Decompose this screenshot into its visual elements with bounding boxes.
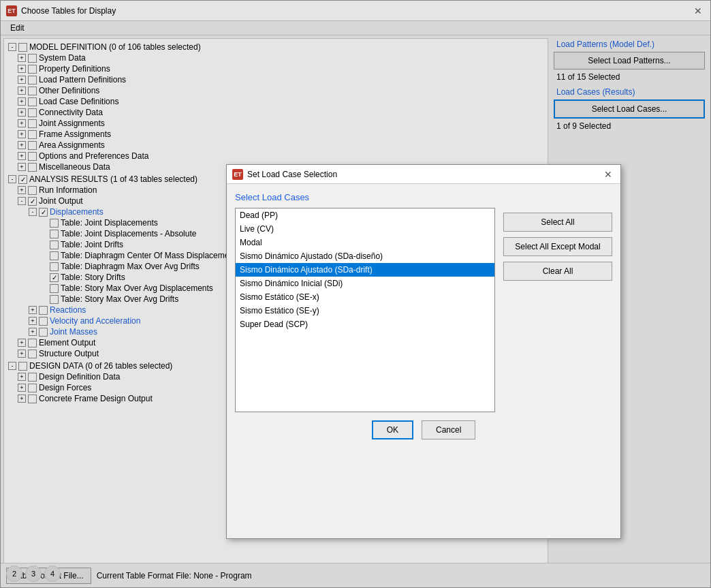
load-case-dialog: ET Set Load Case Selection ✕ Select Load… [226, 164, 621, 539]
dialog-close-button[interactable]: ✕ [601, 168, 615, 181]
dialog-title-left: ET Set Load Case Selection [232, 169, 337, 180]
select-all-button[interactable]: Select All [503, 213, 612, 232]
ok-button[interactable]: OK [372, 420, 413, 439]
list-item-se-y[interactable]: Sismo Estático (SE-y) [236, 304, 494, 318]
list-item-dead[interactable]: Dead (PP) [236, 208, 494, 222]
load-cases-listbox[interactable]: Dead (PP) Live (CV) Modal Sismo Dinámico… [235, 208, 495, 412]
cancel-button[interactable]: Cancel [422, 420, 475, 439]
dialog-content: Select Load Cases Dead (PP) Live (CV) Mo… [227, 184, 620, 420]
dialog-bottom-buttons: OK Cancel [227, 420, 620, 448]
dialog-side-buttons: Select All Select All Except Modal Clear… [503, 192, 612, 412]
dialog-app-icon: ET [232, 169, 243, 180]
dialog-overlay: ET Set Load Case Selection ✕ Select Load… [1, 1, 710, 587]
list-item-se-x[interactable]: Sismo Estático (SE-x) [236, 290, 494, 304]
dialog-title-bar: ET Set Load Case Selection ✕ [227, 165, 620, 184]
select-all-except-modal-button[interactable]: Select All Except Modal [503, 237, 612, 256]
main-window: ET Choose Tables for Display ✕ Edit - MO… [0, 0, 711, 588]
clear-all-button[interactable]: Clear All [503, 262, 612, 281]
list-item-scp[interactable]: Super Dead (SCP) [236, 318, 494, 331]
list-item-live[interactable]: Live (CV) [236, 222, 494, 236]
list-item-sda-diseno[interactable]: Sismo Dinámico Ajustado (SDa-diseño) [236, 249, 494, 263]
dialog-title: Set Load Case Selection [247, 170, 337, 179]
list-section-header: Select Load Cases [235, 192, 495, 202]
list-item-sdi[interactable]: Sismo Dinámico Inicial (SDi) [236, 277, 494, 290]
list-item-modal[interactable]: Modal [236, 236, 494, 249]
load-cases-list-section: Select Load Cases Dead (PP) Live (CV) Mo… [235, 192, 495, 412]
list-item-sda-drift[interactable]: Sismo Dinámico Ajustado (SDa-drift) [236, 263, 494, 277]
